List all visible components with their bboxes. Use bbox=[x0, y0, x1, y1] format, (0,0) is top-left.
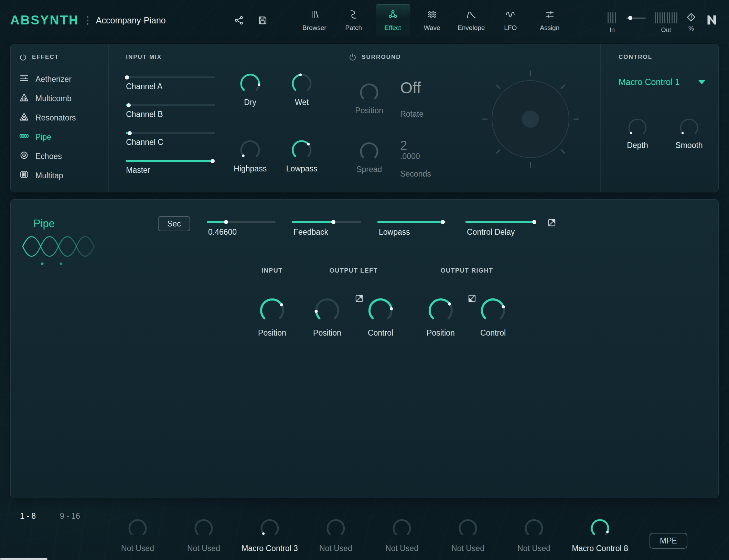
lowpass-slider-track[interactable] bbox=[377, 221, 446, 223]
input-mix-title: INPUT MIX bbox=[126, 54, 162, 61]
depth-knob-label: Depth bbox=[627, 141, 648, 150]
effect-item-aetherizer[interactable]: Aetherizer bbox=[19, 70, 100, 89]
delay-time-slider[interactable]: 0.46600 bbox=[207, 221, 279, 237]
surround-knobs: Position Spread bbox=[349, 82, 390, 179]
lowpass-slider[interactable]: Lowpass bbox=[377, 221, 450, 237]
percent-label: % bbox=[688, 25, 694, 32]
surround-power-icon[interactable] bbox=[349, 53, 357, 61]
dry-knob[interactable]: Dry bbox=[224, 72, 276, 108]
feedback-slider-track[interactable] bbox=[292, 221, 361, 223]
seconds-fraction[interactable]: .0000 bbox=[400, 152, 459, 161]
seconds-value[interactable]: 2 bbox=[400, 139, 459, 152]
macro-5-knob[interactable]: Not Used bbox=[369, 518, 435, 553]
output-right-section-label: OUTPUT RIGHT bbox=[426, 267, 508, 274]
effect-power-icon[interactable] bbox=[19, 53, 27, 61]
channel-c-slider-track[interactable] bbox=[126, 132, 215, 134]
tab-patch[interactable]: Patch bbox=[336, 4, 371, 36]
macro-2-knob-label: Not Used bbox=[187, 544, 220, 553]
tab-envelope[interactable]: Envelope bbox=[454, 4, 489, 36]
tab-wave[interactable]: Wave bbox=[415, 4, 449, 36]
control-delay-mod-icon[interactable] bbox=[547, 218, 556, 227]
warning-icon bbox=[686, 12, 696, 22]
control-delay-slider-track[interactable] bbox=[465, 221, 534, 223]
depth-knob[interactable]: Depth bbox=[619, 117, 656, 150]
seconds-label: Seconds bbox=[400, 169, 459, 179]
assign-icon bbox=[545, 9, 555, 21]
macro-1-knob[interactable]: Not Used bbox=[105, 518, 171, 553]
channel-b-slider-track[interactable] bbox=[126, 104, 215, 106]
surround-field-dial[interactable] bbox=[474, 67, 587, 171]
lowpass-knob[interactable]: Lowpass bbox=[276, 139, 328, 175]
macro-knob-row: Not UsedNot UsedMacro Control 3Not UsedN… bbox=[105, 518, 633, 553]
macro-4-knob[interactable]: Not Used bbox=[303, 518, 369, 553]
macro-8-knob[interactable]: Macro Control 8 bbox=[567, 518, 633, 553]
outright-control-knob-label: Control bbox=[480, 328, 506, 338]
channel-b-slider[interactable]: Channel B bbox=[126, 104, 216, 119]
master-slider-label: Master bbox=[126, 166, 216, 175]
outright-control-knob[interactable]: Control bbox=[472, 297, 514, 338]
bottom-scrollbar-thumb[interactable] bbox=[0, 558, 47, 560]
input-section-label: INPUT bbox=[251, 267, 293, 274]
effect-item-resonators[interactable]: Resonators bbox=[19, 108, 100, 127]
time-unit-button[interactable]: Sec bbox=[158, 216, 190, 231]
spread-knob[interactable]: Spread bbox=[349, 141, 390, 174]
effect-item-pipe[interactable]: Pipe bbox=[19, 127, 100, 147]
highpass-knob[interactable]: Highpass bbox=[224, 139, 276, 175]
tab-effect[interactable]: Effect bbox=[376, 4, 410, 36]
master-slider-track[interactable] bbox=[126, 160, 215, 162]
tab-browser[interactable]: Browser bbox=[297, 4, 332, 36]
resonators-icon bbox=[19, 112, 29, 124]
menu-dots-icon[interactable] bbox=[87, 16, 88, 25]
save-icon[interactable] bbox=[257, 15, 268, 25]
position-knob[interactable]: Position bbox=[349, 82, 390, 115]
effect-item-multitap[interactable]: Multitap bbox=[19, 166, 100, 185]
preset-name[interactable]: Accompany-Piano bbox=[96, 15, 166, 25]
master-slider[interactable]: Master bbox=[126, 160, 216, 175]
position-knob-label: Position bbox=[355, 106, 383, 115]
tab-lfo[interactable]: LFO bbox=[493, 4, 528, 36]
input-position-knob-label: Position bbox=[258, 328, 286, 338]
macro-page-tab-9-16[interactable]: 9 - 16 bbox=[60, 511, 80, 521]
input-position-knob[interactable]: Position bbox=[251, 297, 293, 338]
delay-time-slider-track[interactable] bbox=[207, 221, 276, 223]
input-mix-sliders: Channel A Channel B Channel C Master bbox=[126, 76, 216, 175]
input-meter-group: In bbox=[608, 12, 617, 34]
mpe-button[interactable]: MPE bbox=[650, 533, 687, 549]
surround-values: Off Rotate 2 .0000 Seconds bbox=[400, 80, 459, 179]
macro-7-knob[interactable]: Not Used bbox=[501, 518, 567, 553]
output-left-section-label: OUTPUT LEFT bbox=[312, 267, 395, 274]
ni-logo-icon[interactable] bbox=[705, 13, 719, 28]
control-delay-slider[interactable]: Control Delay bbox=[465, 221, 538, 237]
macro-control-dropdown[interactable]: Macro Control 1 bbox=[619, 77, 705, 87]
input-mix-column: INPUT MIX Channel A Channel B Channel C … bbox=[108, 44, 338, 192]
output-meter-group: Out bbox=[655, 12, 677, 34]
macro-7-knob-label: Not Used bbox=[517, 544, 550, 553]
outright-position-knob[interactable]: Position bbox=[420, 297, 461, 338]
channel-c-slider[interactable]: Channel C bbox=[126, 132, 216, 147]
envelope-icon bbox=[466, 9, 476, 21]
control-delay-slider-label: Control Delay bbox=[465, 228, 538, 237]
outleft-position-knob[interactable]: Position bbox=[307, 297, 348, 338]
macro-3-knob-label: Macro Control 3 bbox=[242, 544, 298, 553]
wet-knob[interactable]: Wet bbox=[276, 72, 328, 108]
effect-item-multicomb[interactable]: Multicomb bbox=[19, 89, 100, 108]
effect-item-echoes[interactable]: Echoes bbox=[19, 147, 100, 166]
macro-4-knob-label: Not Used bbox=[319, 544, 352, 553]
feedback-slider[interactable]: Feedback bbox=[292, 221, 364, 237]
surround-column: SURROUND Position Spread Off Rotate 2 .0… bbox=[338, 44, 600, 192]
channel-a-slider-track[interactable] bbox=[126, 76, 215, 78]
tab-assign[interactable]: Assign bbox=[533, 4, 567, 36]
rotate-value[interactable]: Off bbox=[400, 80, 459, 96]
macro-2-knob[interactable]: Not Used bbox=[171, 518, 237, 553]
output-volume-slider[interactable] bbox=[626, 18, 646, 19]
lfo-icon bbox=[505, 9, 516, 21]
channel-a-slider[interactable]: Channel A bbox=[126, 76, 216, 91]
macro-6-knob[interactable]: Not Used bbox=[435, 518, 501, 553]
macro-page-tab-1-8[interactable]: 1 - 8 bbox=[20, 511, 36, 521]
share-icon[interactable] bbox=[234, 15, 244, 25]
nav-tabs: BrowserPatchEffectWaveEnvelopeLFOAssign bbox=[297, 4, 567, 36]
outleft-control-knob[interactable]: Control bbox=[360, 297, 401, 338]
macro-3-knob[interactable]: Macro Control 3 bbox=[237, 518, 303, 553]
lowpass-knob-label: Lowpass bbox=[286, 164, 318, 173]
smooth-knob[interactable]: Smooth bbox=[670, 117, 708, 150]
